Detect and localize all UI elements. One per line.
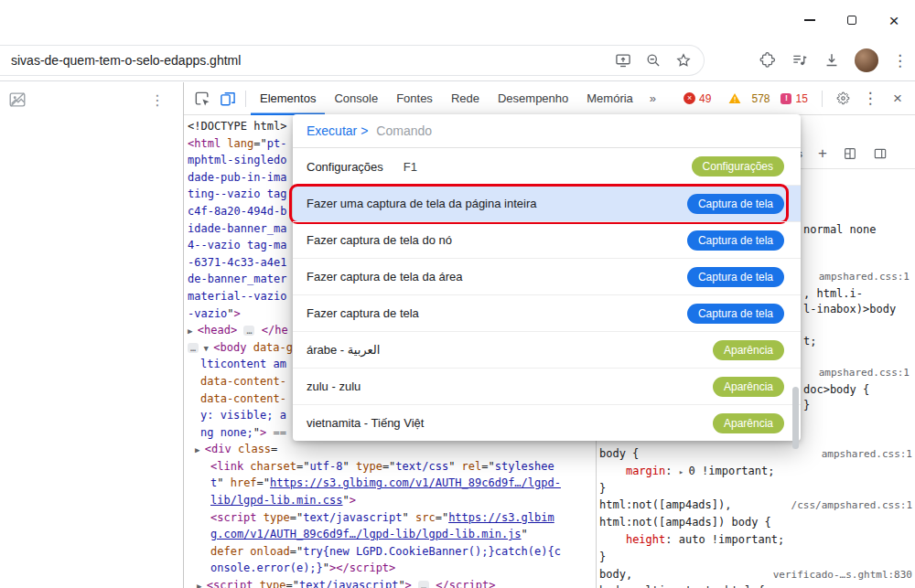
command-item-label: zulu - zulu (307, 380, 361, 393)
css-rule-line[interactable]: html:not([amp4ads]) body { (599, 514, 913, 531)
inspect-element-icon[interactable] (189, 86, 215, 112)
dock-sidebar-icon[interactable] (873, 146, 888, 161)
broken-image-icon (7, 90, 27, 110)
send-to-devices-icon[interactable] (614, 51, 632, 69)
window-controls: × (789, 0, 915, 40)
css-rule-line[interactable]: html:not([amp4ads]),/css/ampshared.css:1 (599, 497, 913, 514)
url-text[interactable]: sivas-de-quem-tem-o-selo-edapps.ghtml (11, 53, 614, 68)
css-source-link[interactable]: ampshared.css:1 (822, 446, 913, 464)
command-menu-item[interactable]: vietnamita - Tiếng ViệtAparência (293, 404, 801, 441)
dom-tree-line[interactable]: lib/lgpd-lib.min.css"> (188, 492, 596, 509)
css-rule-line[interactable]: body {ampshared.css:1 (599, 445, 913, 463)
css-rule-line[interactable]: } (599, 480, 913, 497)
issues-counter[interactable]: ! 15 (780, 92, 807, 105)
layout-pane-icon[interactable] (843, 146, 857, 161)
command-item-label: Fazer uma captura de tela da página inte… (307, 197, 537, 210)
profile-avatar[interactable] (855, 48, 878, 72)
command-item-badge: Aparência (713, 340, 784, 360)
command-placeholder: Comando (376, 123, 432, 138)
command-item-badge: Aparência (713, 377, 784, 397)
command-menu-list: ConfiguraçõesF1ConfiguraçõesFazer uma ca… (293, 148, 801, 441)
omnibox[interactable]: sivas-de-quem-tem-o-selo-edapps.ghtml (0, 45, 705, 76)
css-rule-line[interactable]: } (599, 549, 913, 566)
dom-tree-line[interactable]: <script type="text/javascript" src="http… (188, 509, 596, 527)
command-menu-item[interactable]: Fazer uma captura de tela da página inte… (293, 185, 801, 221)
close-window-button[interactable]: × (873, 0, 915, 40)
device-toolbar-icon[interactable] (215, 86, 241, 112)
css-rule-line[interactable]: height: auto !important; (599, 531, 913, 549)
command-item-label: Configurações (307, 160, 383, 174)
css-fragment: t; (803, 335, 816, 347)
command-item-badge: Configurações (692, 156, 784, 176)
settings-gear-icon[interactable] (831, 87, 855, 111)
devtools-menu-icon[interactable]: ⋮ (858, 87, 882, 111)
command-item-label: Fazer captura de tela (307, 306, 419, 320)
devtools-close-icon[interactable]: × (886, 87, 910, 111)
browser-menu-icon[interactable]: ⋮ (892, 53, 908, 69)
css-fragment: ampshared.css:1 (819, 367, 910, 379)
css-fragment: doc>body { (803, 383, 869, 396)
close-icon: × (888, 12, 899, 29)
media-controls-icon[interactable] (791, 51, 809, 69)
css-rule-line[interactable]: body.multicontent, html { (599, 583, 913, 588)
command-item-label: vietnamita - Tiếng Việt (307, 416, 424, 430)
more-tabs-icon[interactable]: » (642, 82, 663, 115)
command-menu-item[interactable]: ConfiguraçõesF1Configurações (293, 148, 801, 185)
css-fragment: l-inabox)>body (803, 303, 896, 315)
zoom-icon[interactable] (644, 51, 662, 69)
devtools-tab-fontes[interactable]: Fontes (387, 82, 442, 115)
command-item-badge: Aparência (713, 413, 784, 433)
dom-tree-line[interactable]: ▶ <script type="text/javascript"> … </sc… (188, 577, 596, 588)
bookmark-star-icon[interactable] (674, 51, 693, 69)
browser-toolbar: sivas-de-quem-tem-o-selo-edapps.ghtml ⋮ (0, 40, 915, 81)
devtools-toolbar: ElementosConsoleFontesRedeDesempenhoMemó… (184, 82, 915, 115)
command-menu-item[interactable]: Fazer captura de tela da áreaCaptura de … (293, 258, 801, 294)
maximize-icon (847, 16, 856, 25)
new-style-rule-icon[interactable]: + (818, 145, 827, 161)
minimize-icon (804, 19, 815, 21)
maximize-button[interactable] (831, 0, 873, 40)
dom-tree-line[interactable]: <link charset="utf-8" type="text/css" re… (188, 458, 596, 476)
console-warnings-counter[interactable]: 578 (722, 86, 770, 112)
command-menu-item[interactable]: zulu - zuluAparência (293, 368, 801, 404)
downloads-icon[interactable] (823, 51, 841, 69)
warning-icon (722, 86, 748, 112)
devtools-tab-rede[interactable]: Rede (442, 82, 489, 115)
command-input[interactable]: Executar > Comando (293, 114, 801, 148)
styles-rules: body {ampshared.css:1 margin: ▸ 0 !impor… (599, 445, 913, 588)
browser-actions: ⋮ (759, 45, 911, 76)
css-source-link[interactable]: /css/ampshared.css:1 (791, 497, 913, 515)
dom-tree-line[interactable]: ▶ <div class= (188, 441, 596, 458)
minimize-button[interactable] (789, 0, 831, 40)
command-item-shortcut: F1 (404, 160, 417, 174)
devtools-tab-elementos[interactable]: Elementos (251, 82, 325, 115)
command-item-badge: Captura de tela (687, 267, 784, 287)
devtools-tab-console[interactable]: Console (325, 82, 387, 115)
command-menu-item[interactable]: árabe - العربيةAparência (293, 331, 801, 368)
devtools-tabs: ElementosConsoleFontesRedeDesempenhoMemó… (251, 82, 642, 115)
devtools-tab-desempenho[interactable]: Desempenho (489, 82, 577, 115)
command-item-label: Fazer captura de tela do nó (307, 233, 452, 247)
extensions-icon[interactable] (759, 51, 777, 69)
command-prefix: Executar > (307, 123, 368, 138)
command-menu-item[interactable]: Fazer captura de telaCaptura de tela (293, 294, 801, 331)
command-menu-item[interactable]: Fazer captura de tela do nóCaptura de te… (293, 221, 801, 258)
css-rule-line[interactable]: margin: ▸ 0 !important; (599, 463, 913, 480)
dom-tree-line[interactable]: t" href="https://s3.glbimg.com/v1/AUTH_8… (188, 475, 596, 492)
css-rule-line[interactable]: body,verificado-…s.ghtml:830 (599, 566, 913, 583)
command-item-label: Fazer captura de tela da área (307, 270, 463, 283)
css-fragment: ampshared.css:1 (819, 271, 910, 283)
dom-tree-line[interactable]: onsole.error(e);}"></script> (188, 560, 596, 577)
page-menu-icon[interactable]: ⋮ (150, 91, 165, 109)
devtools-tab-memória[interactable]: Memória (577, 82, 642, 115)
dom-tree-line[interactable]: defer onload="try{new LGPD.CookieBanner(… (188, 543, 596, 561)
dom-tree-line[interactable]: g.com/v1/AUTH_89c6d9f…/lgpd-lib/lgpd-lib… (188, 526, 596, 543)
console-errors-counter[interactable]: × 49 (684, 92, 711, 105)
css-source-link[interactable]: verificado-…s.ghtml:830 (773, 567, 913, 584)
devtools-status: × 49 578 ! 15 (684, 86, 808, 112)
css-fragment: , html.i- (803, 287, 863, 300)
devtools-toolbar-right: ⋮ × (817, 87, 915, 111)
command-menu-scrollbar[interactable] (792, 387, 799, 449)
command-item-badge: Captura de tela (687, 194, 784, 214)
window-titlebar: × (0, 0, 915, 40)
